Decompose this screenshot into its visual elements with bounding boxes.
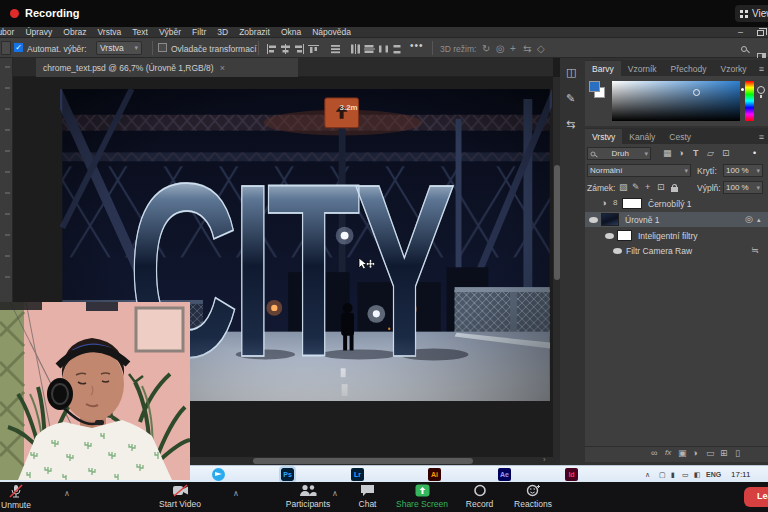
menu-filtr[interactable]: Filtr (192, 27, 206, 37)
filter-mask-thumbnail[interactable] (617, 230, 632, 241)
layer-row-smart-filters[interactable]: Inteligentní filtry (585, 228, 768, 243)
new-group-icon[interactable]: ▭ (706, 448, 715, 458)
layer-style-fx-icon[interactable]: fx (665, 448, 671, 457)
hue-strip[interactable] (745, 81, 754, 121)
docked-panel-icon-3[interactable]: ⇆ (566, 118, 575, 131)
layer-name[interactable]: Inteligentní filtry (638, 231, 698, 241)
lightroom-icon[interactable]: Lr (351, 468, 364, 481)
filter-shape-layers-icon[interactable]: ▱ (707, 148, 714, 158)
mute-options-chevron[interactable]: ∧ (64, 489, 70, 498)
participants-options-chevron[interactable]: ∧ (332, 489, 338, 498)
distribute-icon[interactable] (330, 44, 341, 54)
visibility-eye-icon[interactable] (605, 233, 614, 239)
tools-panel-sliver[interactable] (0, 58, 13, 308)
menu-vyber[interactable]: Výběr (159, 27, 181, 37)
zoom-view-button[interactable]: View (735, 5, 768, 22)
document-tab[interactable]: chrome_text.psd @ 66,7% (Úrovně 1,RGB/8)… (36, 58, 298, 77)
layer-name[interactable]: Úrovně 1 (625, 215, 660, 225)
filter-smart-objects-icon[interactable]: ⊡ (722, 148, 730, 158)
3d-roll-icon[interactable]: ◎ (496, 43, 505, 54)
share-screen-button[interactable]: Share Screen (392, 484, 452, 509)
close-tab-icon[interactable]: × (220, 63, 225, 73)
docked-panel-icon-1[interactable]: ◫ (566, 66, 576, 79)
collapse-chevron-icon[interactable]: ▴ (757, 216, 761, 224)
tray-icon-1[interactable]: ▢ (659, 471, 666, 479)
photoshop-icon[interactable]: Ps (281, 468, 294, 481)
docked-panel-icon-2[interactable]: ✎ (566, 92, 575, 105)
lock-position-icon[interactable]: + (645, 182, 650, 192)
opacity-value-box[interactable]: 100 % ▾ (723, 164, 763, 177)
tray-icon-3[interactable]: ▭ (682, 471, 689, 479)
language-indicator[interactable]: ENG (706, 471, 721, 478)
discover-lightbulb-icon[interactable] (757, 86, 765, 94)
delete-layer-icon[interactable]: ▯ (735, 448, 740, 458)
horizontal-scrollbar-thumb[interactable] (253, 458, 473, 464)
telegram-icon[interactable] (212, 468, 225, 481)
layer-name[interactable]: Černobílý 1 (648, 199, 691, 209)
blend-mode-dropdown[interactable]: Normální ▾ (587, 164, 691, 177)
indesign-icon[interactable]: Id (565, 468, 578, 481)
layer-row-urovne[interactable]: Úrovně 1 ◎ ▴ (585, 212, 768, 227)
layer-thumbnail[interactable] (601, 213, 619, 226)
menu-zobrazit[interactable]: Zobrazit (239, 27, 270, 37)
webcam-video-tile[interactable] (0, 302, 190, 480)
taskbar-clock[interactable]: 17:11 (731, 470, 750, 479)
tab-prechody[interactable]: Přechody (664, 61, 714, 76)
video-options-chevron[interactable]: ∧ (233, 489, 239, 498)
distribute-v-icon[interactable] (392, 44, 403, 54)
tool-preset-icon[interactable] (1, 41, 11, 55)
menu-napoveda[interactable]: Nápověda (312, 27, 351, 37)
record-button[interactable]: Record (452, 484, 507, 509)
layer-mask-thumbnail[interactable] (622, 198, 642, 209)
layer-name[interactable]: Filtr Camera Raw (626, 246, 692, 256)
auto-select-checkbox[interactable]: ✓ (14, 43, 23, 52)
layer-row-cernobily[interactable]: ◑ 8 Černobílý 1 (585, 196, 768, 211)
aftereffects-icon[interactable]: Ae (498, 468, 511, 481)
participants-button[interactable]: Participants (278, 484, 338, 509)
color-gradient-field[interactable] (612, 81, 740, 121)
3d-orbit-icon[interactable]: ↻ (482, 43, 490, 54)
distribute-middle-icon[interactable] (364, 44, 375, 54)
menu-vrstva[interactable]: Vrstva (98, 27, 122, 37)
layer-filter-dropdown[interactable]: Druh ▾ (587, 147, 651, 160)
search-icon[interactable] (741, 46, 747, 52)
tab-kanaly[interactable]: Kanály (622, 129, 662, 144)
menu-upravy[interactable]: Úpravy (25, 27, 52, 37)
menu-3d[interactable]: 3D (217, 27, 228, 37)
add-mask-icon[interactable]: ▣ (678, 448, 687, 458)
restore-window-button[interactable] (757, 30, 764, 36)
filter-adjustment-layers-icon[interactable]: ◑ (678, 148, 683, 158)
align-top-icon[interactable] (308, 44, 319, 54)
tab-vzorky[interactable]: Vzorky (713, 61, 753, 76)
tab-vrstvy[interactable]: Vrstvy (585, 129, 622, 144)
align-center-h-icon[interactable] (280, 44, 291, 54)
illustrator-icon[interactable]: Ai (428, 468, 441, 481)
transform-controls-checkbox[interactable] (158, 43, 167, 52)
reactions-button[interactable]: Reactions (504, 484, 562, 509)
visibility-eye-icon[interactable] (613, 248, 622, 254)
menu-text[interactable]: Text (132, 27, 148, 37)
foreground-color-swatch[interactable] (589, 81, 600, 92)
minimize-button[interactable]: – (738, 29, 747, 37)
tab-cesty[interactable]: Cesty (662, 129, 698, 144)
distribute-h-icon[interactable] (378, 44, 389, 54)
auto-select-target-dropdown[interactable]: Vrstva ▾ (96, 41, 142, 55)
tab-vzornik[interactable]: Vzorník (621, 61, 664, 76)
panel-menu-icon[interactable]: ≡ (759, 132, 764, 142)
distribute-top-icon[interactable] (350, 44, 361, 54)
scroll-right-arrow[interactable]: › (543, 455, 546, 464)
smart-filter-icon[interactable]: ◎ (745, 214, 753, 224)
link-layers-icon[interactable]: ∞ (651, 448, 657, 458)
fill-value-box[interactable]: 100 % ▾ (723, 181, 763, 194)
tray-icon-2[interactable]: ▮ (671, 471, 675, 479)
more-options-icon[interactable]: ••• (410, 40, 424, 51)
filter-pin-icon[interactable]: • (753, 148, 756, 158)
align-right-icon[interactable] (294, 44, 305, 54)
menu-obraz[interactable]: Obraz (63, 27, 86, 37)
menu-soubor[interactable]: Soubor (0, 27, 14, 37)
new-adjustment-icon[interactable]: ◑ (692, 448, 697, 458)
tab-barvy[interactable]: Barvy (585, 61, 621, 76)
chat-button[interactable]: Chat (340, 484, 395, 509)
lock-pixels-icon[interactable]: ✎ (632, 182, 640, 192)
align-left-icon[interactable] (266, 44, 277, 54)
